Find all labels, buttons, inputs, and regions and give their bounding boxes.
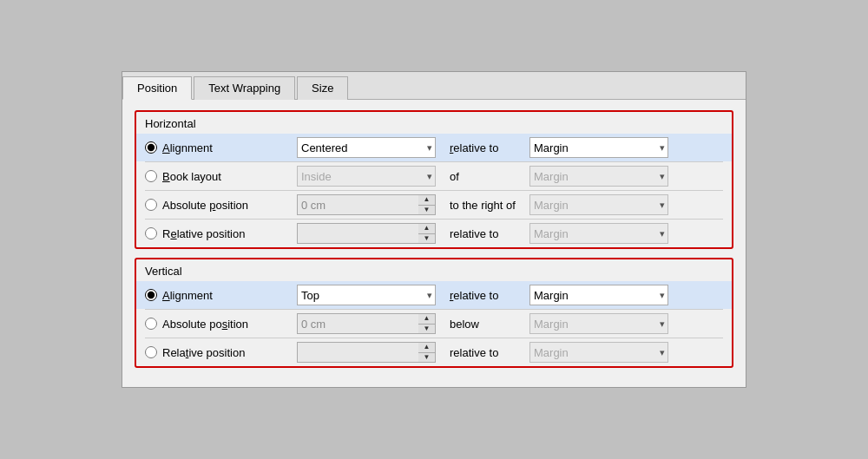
- vertical-section: Vertical Alignment Top Center Bottom Ins…: [135, 258, 733, 368]
- h-absolute-spin-up[interactable]: ▲: [418, 195, 435, 206]
- v-relative-label[interactable]: Relative position: [145, 346, 297, 359]
- v-absolute-radio[interactable]: [145, 318, 157, 330]
- v-alignment-radio[interactable]: [145, 289, 157, 301]
- v-alignment-text: Alignment: [162, 289, 213, 302]
- v-relative-spinner: ▲ ▼: [297, 342, 436, 363]
- v-absolute-spinner-buttons: ▲ ▼: [418, 313, 436, 334]
- h-absolute-margin-container: Margin Page Column: [529, 194, 668, 215]
- tab-text-wrapping[interactable]: Text Wrapping: [194, 76, 295, 100]
- h-book-rel-text: of: [443, 170, 529, 183]
- h-relative-row: Relative position ▲ ▼ relative to Margin…: [136, 220, 732, 247]
- v-alignment-dropdown-container: Top Center Bottom Inside Outside: [297, 285, 436, 305]
- h-absolute-radio[interactable]: [145, 199, 157, 211]
- h-alignment-row: Alignment Left Centered Right relative t…: [136, 134, 732, 161]
- v-absolute-label[interactable]: Absolute position: [145, 318, 297, 331]
- v-absolute-text: Absolute position: [162, 318, 248, 331]
- h-alignment-dropdown[interactable]: Left Centered Right: [297, 137, 436, 158]
- h-alignment-text: Alignment: [162, 141, 213, 154]
- v-alignment-label[interactable]: Alignment: [145, 289, 297, 302]
- v-absolute-spinner: ▲ ▼: [297, 313, 436, 334]
- v-relative-spinner-buttons: ▲ ▼: [418, 342, 436, 363]
- v-absolute-rel-text: below: [443, 318, 529, 331]
- v-absolute-margin-dropdown[interactable]: Margin Page Paragraph Line: [529, 313, 668, 334]
- h-absolute-spin-down[interactable]: ▼: [418, 206, 435, 215]
- h-relative-text: Relative position: [162, 227, 245, 240]
- tab-bar: Position Text Wrapping Size: [122, 72, 746, 100]
- h-relative-spinner-input[interactable]: [297, 223, 436, 244]
- v-relative-text: Relative position: [162, 346, 245, 359]
- h-alignment-rel-text: relative to: [443, 141, 529, 154]
- h-alignment-radio[interactable]: [145, 141, 157, 154]
- h-book-label[interactable]: Book layout: [145, 170, 297, 183]
- h-absolute-margin-dropdown[interactable]: Margin Page Column: [529, 194, 668, 215]
- v-absolute-row: Absolute position ▲ ▼ below Margin Page …: [136, 310, 732, 338]
- v-alignment-dropdown[interactable]: Top Center Bottom Inside Outside: [297, 285, 436, 305]
- h-alignment-label[interactable]: Alignment: [145, 141, 297, 154]
- v-relative-row: Relative position ▲ ▼ relative to Margin…: [136, 338, 732, 366]
- h-relative-margin-dropdown[interactable]: Margin Page: [529, 223, 668, 244]
- h-book-text: Book layout: [162, 170, 221, 183]
- tab-content: Horizontal Alignment Left Centered Right…: [122, 100, 746, 387]
- v-alignment-rel-text: relative to: [443, 289, 529, 302]
- h-book-dropdown[interactable]: Inside Outside: [297, 166, 436, 187]
- vertical-title: Vertical: [136, 259, 732, 281]
- v-relative-rel-text: relative to: [443, 346, 529, 359]
- h-alignment-margin-dropdown[interactable]: Margin Page Column: [529, 137, 668, 158]
- v-relative-spin-up[interactable]: ▲: [418, 343, 435, 353]
- h-relative-spin-up[interactable]: ▲: [418, 224, 435, 234]
- h-absolute-spinner: ▲ ▼: [297, 194, 436, 215]
- h-absolute-spinner-buttons: ▲ ▼: [418, 194, 436, 215]
- h-absolute-text: Absolute position: [162, 199, 248, 212]
- v-relative-spinner-input[interactable]: [297, 342, 436, 363]
- h-relative-radio[interactable]: [145, 227, 157, 239]
- v-absolute-spin-down[interactable]: ▼: [418, 325, 435, 334]
- v-relative-margin-dropdown[interactable]: Margin Page Paragraph Line: [529, 342, 668, 363]
- h-absolute-row: Absolute position ▲ ▼ to the right of Ma…: [136, 191, 732, 219]
- h-relative-rel-text: relative to: [443, 227, 529, 240]
- h-book-radio[interactable]: [145, 170, 157, 182]
- dialog: Position Text Wrapping Size Horizontal A…: [122, 71, 746, 388]
- v-relative-margin-container: Margin Page Paragraph Line: [529, 342, 668, 363]
- h-absolute-label[interactable]: Absolute position: [145, 199, 297, 212]
- horizontal-section: Horizontal Alignment Left Centered Right…: [135, 110, 733, 249]
- v-relative-spin-down[interactable]: ▼: [418, 353, 435, 363]
- h-relative-spinner: ▲ ▼: [297, 223, 436, 244]
- h-book-dropdown-container: Inside Outside: [297, 166, 436, 187]
- tab-size[interactable]: Size: [297, 76, 348, 100]
- v-relative-radio[interactable]: [145, 346, 157, 358]
- h-book-margin-container: Margin Page Column: [529, 166, 668, 187]
- h-alignment-margin-container: Margin Page Column: [529, 137, 668, 158]
- v-alignment-margin-container: Margin Page Paragraph Line: [529, 285, 668, 305]
- h-absolute-rel-text: to the right of: [443, 199, 529, 212]
- v-absolute-spin-up[interactable]: ▲: [418, 314, 435, 325]
- h-relative-margin-container: Margin Page: [529, 223, 668, 244]
- h-book-margin-dropdown[interactable]: Margin Page Column: [529, 166, 668, 187]
- v-alignment-margin-dropdown[interactable]: Margin Page Paragraph Line: [529, 285, 668, 305]
- tab-position[interactable]: Position: [122, 76, 192, 100]
- h-alignment-dropdown-container: Left Centered Right: [297, 137, 436, 158]
- v-absolute-margin-container: Margin Page Paragraph Line: [529, 313, 668, 334]
- horizontal-title: Horizontal: [136, 112, 732, 134]
- v-absolute-spinner-input[interactable]: [297, 313, 436, 334]
- h-relative-spinner-buttons: ▲ ▼: [418, 223, 436, 244]
- h-relative-spin-down[interactable]: ▼: [418, 234, 435, 244]
- h-absolute-spinner-input[interactable]: [297, 194, 436, 215]
- v-alignment-row: Alignment Top Center Bottom Inside Outsi…: [136, 281, 732, 309]
- h-book-row: Book layout Inside Outside of Margin Pag…: [136, 162, 732, 190]
- h-relative-label[interactable]: Relative position: [145, 227, 297, 240]
